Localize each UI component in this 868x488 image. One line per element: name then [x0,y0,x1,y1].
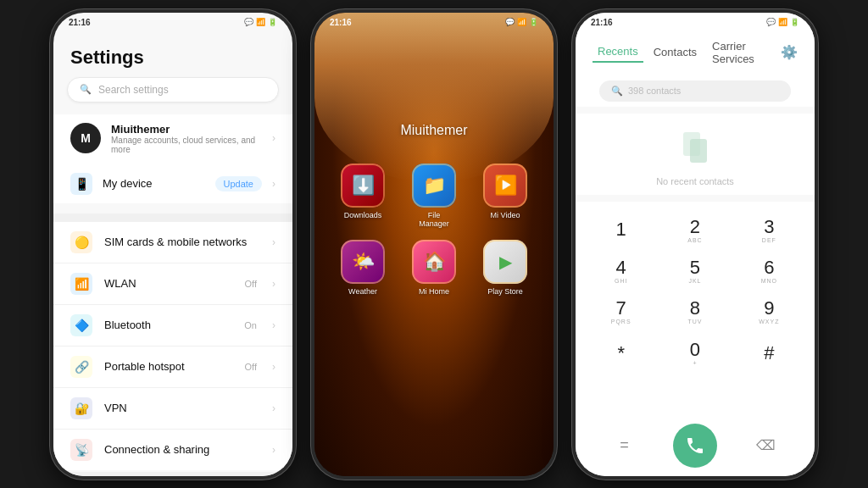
no-recents-icon [678,130,712,171]
mihome-label: Mi Home [419,287,449,296]
bluetooth-chevron [272,319,275,331]
filemanager-label: FileManager [419,211,449,228]
connection-label: Connection & sharing [104,443,260,456]
hotspot-icon: 🔗 [70,356,92,378]
status-icons-1: 💬 📶 🔋 [244,18,277,26]
update-badge[interactable]: Update [215,176,262,191]
settings-search-bar[interactable]: 🔍 Search settings [67,77,279,103]
battery-icon-2: 🔋 [529,18,538,26]
bluetooth-label: Bluetooth [104,319,232,331]
mihome-icon-wrap: 🏠 [412,240,456,284]
msg-icon-2: 💬 [505,18,515,26]
time-3: 21:16 [591,18,613,27]
key-hash[interactable]: # [732,333,806,374]
key-star[interactable]: * [584,333,658,374]
device-chevron [272,178,275,190]
profile-info: Miuithemer Manage accounts, cloud servic… [111,123,262,154]
profile-item[interactable]: M Miuithemer Manage accounts, cloud serv… [53,114,292,163]
settings-title: Settings [53,36,292,77]
avatar: M [70,123,101,153]
status-bar-3: 21:16 💬 📶 🔋 [576,13,815,30]
hotspot-chevron [272,361,275,373]
vpn-icon: 🔐 [70,397,92,419]
equals-key[interactable]: = [620,436,629,454]
profile-name: Miuithemer [111,123,262,136]
tab-recents[interactable]: Recents [593,42,643,63]
search-placeholder: Search settings [98,84,169,96]
app-playstore[interactable]: ▶ Play Store [476,240,535,296]
app-weather[interactable]: 🌤️ Weather [333,240,392,296]
settings-item-vpn[interactable]: 🔐 VPN [53,388,292,430]
status-bar-1: 21:16 💬 📶 🔋 [53,13,292,30]
section-gap-1 [53,214,292,222]
call-btn-row: = ⌫ [576,420,815,476]
svg-rect-1 [690,139,707,163]
status-icons-3: 💬 📶 🔋 [766,18,799,26]
app-filemanager[interactable]: 📁 FileManager [404,164,464,228]
settings-item-bluetooth[interactable]: 🔷 Bluetooth On [53,305,292,347]
gear-icon[interactable]: ⚙️ [781,44,798,60]
app-mihome[interactable]: 🏠 Mi Home [404,240,464,296]
wlan-chevron [272,278,275,290]
settings-item-connection[interactable]: 📡 Connection & sharing [53,430,292,470]
downloads-label: Downloads [344,211,382,219]
phone-dialer: 21:16 💬 📶 🔋 Recents Contacts Carrier Ser… [572,9,818,480]
settings-content: Settings 🔍 Search settings M Miuithemer … [53,13,292,476]
time-1: 21:16 [69,18,91,27]
settings-item-wlan[interactable]: 📶 WLAN Off [53,263,292,305]
key-7[interactable]: 7 PQRS [584,291,658,332]
battery-icon: 🔋 [268,18,277,26]
device-item[interactable]: 📱 My device Update [53,164,292,203]
key-2[interactable]: 2 ABC [658,210,732,251]
dialer-search-bar[interactable]: 🔍 398 contacts [599,80,791,102]
app-mivideo[interactable]: ▶️ Mi Video [476,164,535,228]
keypad: 1 2 ABC 3 DEF 4 GHI 5 JKL [576,202,815,420]
mivideo-icon-wrap: ▶️ [483,164,527,208]
key-8[interactable]: 8 TUV [658,291,732,332]
backspace-key[interactable]: ⌫ [756,437,776,453]
profile-sub: Manage accounts, cloud services, and mor… [111,136,262,154]
key-5[interactable]: 5 JKL [658,251,732,291]
key-4[interactable]: 4 GHI [584,251,658,291]
phone-settings: 21:16 💬 📶 🔋 Settings 🔍 Search settings M [50,9,296,480]
call-button[interactable] [673,424,717,468]
search-icon: 🔍 [80,84,92,95]
wlan-icon: 📶 [70,273,92,295]
playstore-icon-wrap: ▶ [483,240,527,284]
sim-icon: 🟡 [70,231,92,253]
tab-contacts[interactable]: Contacts [648,42,702,62]
hotspot-label: Portable hotspot [104,360,233,373]
sim-chevron [272,236,275,248]
profile-chevron [272,132,275,144]
signal-icon-3: 📶 [778,18,787,26]
connection-chevron [272,444,275,456]
status-bar-2: 21:16 💬 📶 🔋 [314,13,554,30]
hotspot-value: Off [245,362,257,372]
key-6[interactable]: 6 MNO [732,251,806,291]
connection-icon: 📡 [70,439,92,461]
signal-icon-2: 📶 [517,18,526,26]
key-3[interactable]: 3 DEF [732,210,806,251]
key-1[interactable]: 1 [584,210,658,251]
status-icons-2: 💬 📶 🔋 [505,18,538,26]
battery-icon-3: 🔋 [790,18,799,26]
downloads-icon-wrap: ⬇️ [341,164,385,208]
no-recents-text: No recent contacts [656,176,734,186]
key-9[interactable]: 9 WXYZ [732,291,806,332]
dialer-search-placeholder: 398 contacts [628,86,681,96]
phones-container: 21:16 💬 📶 🔋 Settings 🔍 Search settings M [42,1,826,488]
tab-carrier[interactable]: Carrier Services [707,36,776,69]
vpn-label: VPN [104,402,260,414]
settings-item-sim[interactable]: 🟡 SIM cards & mobile networks [53,222,292,263]
weather-icon-wrap: 🌤️ [341,240,385,284]
filemanager-icon-wrap: 📁 [412,164,456,208]
settings-item-hotspot[interactable]: 🔗 Portable hotspot Off [53,347,292,388]
playstore-label: Play Store [487,287,523,296]
app-downloads[interactable]: ⬇️ Downloads [333,164,392,228]
search-icon-dialer: 🔍 [611,86,623,97]
wlan-value: Off [245,279,257,289]
wlan-label: WLAN [104,277,233,290]
key-0[interactable]: 0 + [658,333,732,374]
signal-icon: 📶 [256,18,265,26]
profile-section: M Miuithemer Manage accounts, cloud serv… [53,114,292,203]
